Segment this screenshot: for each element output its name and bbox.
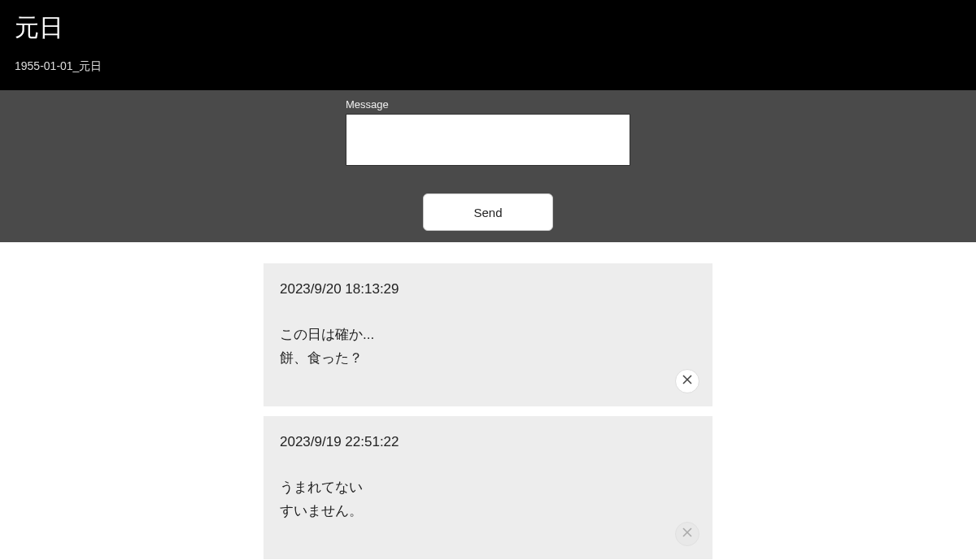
message-timestamp: 2023/9/20 18:13:29: [280, 281, 696, 297]
page-header: 元日 1955-01-01_元日: [0, 0, 976, 90]
close-icon: [682, 527, 692, 540]
page-subtitle: 1955-01-01_元日: [15, 59, 961, 74]
close-icon: [682, 375, 692, 387]
send-button[interactable]: Send: [423, 193, 553, 231]
delete-button[interactable]: [675, 369, 699, 393]
compose-panel: Message Send: [0, 90, 976, 242]
message-timestamp: 2023/9/19 22:51:22: [280, 434, 696, 450]
message-card: 2023/9/20 18:13:29 この日は確か... 餅、食った？: [264, 263, 712, 406]
message-input[interactable]: [346, 114, 630, 166]
message-label: Message: [346, 98, 630, 111]
message-card: 2023/9/19 22:51:22 うまれてない すいません。: [264, 416, 712, 559]
message-body: うまれてない すいません。: [280, 476, 696, 523]
page-title: 元日: [15, 11, 961, 45]
message-feed: 2023/9/20 18:13:29 この日は確か... 餅、食った？ 2023…: [0, 242, 976, 559]
message-body: この日は確か... 餅、食った？: [280, 323, 696, 371]
delete-button[interactable]: [675, 522, 699, 546]
